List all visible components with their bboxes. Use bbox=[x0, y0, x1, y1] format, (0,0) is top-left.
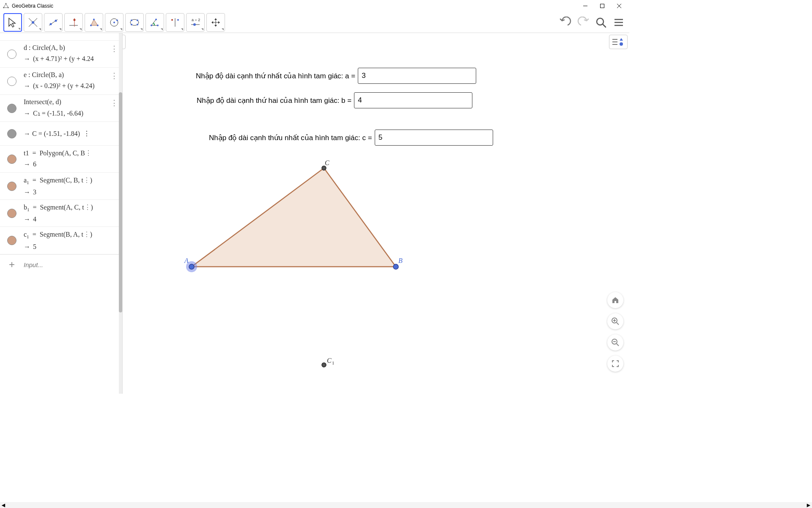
svg-point-25 bbox=[131, 24, 132, 25]
item-menu-icon[interactable]: ⋮ bbox=[83, 130, 90, 138]
svg-point-28 bbox=[155, 19, 157, 20]
svg-point-35 bbox=[193, 23, 196, 26]
close-button[interactable] bbox=[611, 0, 628, 12]
maximize-button[interactable] bbox=[594, 0, 611, 12]
algebra-item-c[interactable]: → C = (-1.51, -1.84) ⋮ bbox=[0, 122, 122, 146]
svg-point-17 bbox=[93, 19, 95, 20]
fullscreen-button[interactable] bbox=[607, 356, 623, 372]
input-b-label: Nhập độ dài cạnh thứ hai của hình tam gi… bbox=[197, 96, 351, 105]
construction-svg: A B C C 1 bbox=[123, 33, 629, 394]
undo-button[interactable] bbox=[558, 15, 573, 30]
svg-point-12 bbox=[55, 19, 57, 22]
item-val: 4 bbox=[33, 215, 36, 223]
svg-point-55 bbox=[322, 166, 326, 170]
algebra-panel: d : Circle(A, b) → (x + 4.71)² + (y + 4.… bbox=[0, 33, 123, 394]
input-b-field[interactable] bbox=[354, 92, 472, 108]
input-a-field[interactable] bbox=[358, 68, 476, 84]
slider-tool[interactable]: a = 2 bbox=[186, 13, 205, 32]
item-menu-icon[interactable]: ⋮ bbox=[110, 44, 118, 53]
item-def: c1 = Segment(B, A, t⋮) bbox=[24, 230, 119, 239]
algebra-item-c1[interactable]: c1 = Segment(B, A, t⋮) → 5 bbox=[0, 227, 122, 254]
svg-point-50 bbox=[620, 42, 623, 46]
svg-point-53 bbox=[189, 264, 194, 269]
svg-point-56 bbox=[322, 363, 326, 367]
svg-point-32 bbox=[177, 19, 179, 21]
svg-point-20 bbox=[113, 22, 115, 23]
redo-button[interactable] bbox=[576, 15, 590, 30]
svg-point-54 bbox=[393, 264, 398, 269]
item-def: d : Circle(A, b) bbox=[24, 44, 119, 52]
toolbar: a = 2 bbox=[0, 12, 629, 33]
move-tool[interactable] bbox=[3, 13, 22, 32]
input-c-field[interactable] bbox=[375, 130, 493, 146]
minimize-button[interactable] bbox=[577, 0, 594, 12]
svg-text:a = 2: a = 2 bbox=[192, 18, 200, 22]
graphics-toggle-icon[interactable] bbox=[609, 35, 628, 49]
item-def: e : Circle(B, a) bbox=[24, 71, 119, 79]
algebra-toggle-icon[interactable]: N bbox=[123, 35, 126, 49]
svg-line-63 bbox=[617, 344, 619, 346]
home-button[interactable] bbox=[607, 292, 623, 308]
label-b: B bbox=[398, 257, 403, 264]
circle-tool[interactable] bbox=[105, 13, 123, 32]
item-val: (x + 4.71)² + (y + 4.24 bbox=[33, 55, 94, 62]
svg-text:1: 1 bbox=[332, 360, 335, 365]
zoom-out-button[interactable] bbox=[607, 334, 623, 351]
search-button[interactable] bbox=[594, 15, 608, 30]
item-val: 3 bbox=[33, 188, 36, 196]
svg-point-52 bbox=[186, 261, 197, 272]
input-a-label: Nhập độ dài cạnh thứ nhất của hình tam g… bbox=[196, 72, 355, 80]
add-icon[interactable]: + bbox=[0, 259, 24, 271]
svg-point-27 bbox=[151, 25, 152, 26]
ellipse-tool[interactable] bbox=[125, 13, 144, 32]
svg-point-24 bbox=[137, 19, 138, 21]
angle-tool[interactable] bbox=[145, 13, 164, 32]
item-val: C₁ = (-1.51, -6.64) bbox=[33, 110, 83, 117]
svg-point-29 bbox=[157, 25, 159, 26]
algebra-item-b1[interactable]: b1 = Segment(A, C, t⋮) → 4 bbox=[0, 200, 122, 227]
point-tool[interactable] bbox=[24, 13, 42, 32]
item-menu-icon[interactable]: ⋮ bbox=[110, 71, 118, 80]
algebra-scrollbar[interactable] bbox=[119, 33, 122, 394]
input-c-row: Nhập độ dài cạnh thứu nhất của hình tam … bbox=[209, 130, 493, 146]
algebra-item-d[interactable]: d : Circle(A, b) → (x + 4.71)² + (y + 4.… bbox=[0, 41, 122, 68]
algebra-item-t1[interactable]: t1 = Polygon(A, C, B⋮ → 6 bbox=[0, 146, 122, 173]
svg-point-15 bbox=[74, 19, 76, 21]
label-c: C bbox=[325, 159, 329, 166]
item-def: t1 = Polygon(A, C, B⋮ bbox=[24, 149, 119, 157]
svg-point-11 bbox=[50, 23, 52, 25]
algebra-input-row[interactable]: + bbox=[0, 254, 122, 275]
item-val: 5 bbox=[33, 243, 36, 250]
label-c1: C bbox=[327, 357, 332, 364]
svg-point-31 bbox=[171, 19, 173, 21]
algebra-input[interactable] bbox=[24, 261, 122, 268]
svg-point-23 bbox=[131, 19, 132, 21]
graphics-view[interactable]: N Nhập độ dài cạnh thứ nhất của hình tam… bbox=[123, 33, 629, 394]
svg-rect-4 bbox=[601, 4, 604, 8]
window-title: GeoGebra Classic bbox=[12, 3, 577, 9]
polygon-tool[interactable] bbox=[85, 13, 103, 32]
line-tool[interactable] bbox=[44, 13, 63, 32]
reflect-tool[interactable] bbox=[166, 13, 184, 32]
input-c-label: Nhập độ dài cạnh thứu nhất của hình tam … bbox=[209, 133, 372, 142]
algebra-item-intersect[interactable]: Intersect(e, d) → C₁ = (-1.51, -6.64) ⋮ bbox=[0, 95, 122, 122]
zoom-in-button[interactable] bbox=[607, 313, 623, 329]
item-def: b1 = Segment(A, C, t⋮) bbox=[24, 203, 119, 212]
item-val: C = (-1.51, -1.84) bbox=[32, 130, 80, 138]
svg-line-39 bbox=[603, 24, 606, 27]
input-b-row: Nhập độ dài cạnh thứ hai của hình tam gi… bbox=[197, 92, 472, 108]
svg-point-9 bbox=[32, 21, 34, 24]
menu-button[interactable] bbox=[612, 15, 626, 30]
titlebar: GeoGebra Classic bbox=[0, 0, 629, 12]
algebra-item-e[interactable]: e : Circle(B, a) → (x - 0.29)² + (y + 4.… bbox=[0, 68, 122, 95]
algebra-item-a1[interactable]: a1 = Segment(C, B, t⋮) → 3 bbox=[0, 173, 122, 200]
svg-point-18 bbox=[97, 25, 99, 26]
item-def: Intersect(e, d) bbox=[24, 98, 119, 106]
svg-marker-51 bbox=[192, 168, 396, 267]
item-val: (x - 0.29)² + (y + 4.24) bbox=[33, 82, 94, 89]
move-view-tool[interactable] bbox=[206, 13, 225, 32]
svg-point-16 bbox=[90, 25, 92, 26]
perpendicular-tool[interactable] bbox=[64, 13, 83, 32]
main-area: d : Circle(A, b) → (x + 4.71)² + (y + 4.… bbox=[0, 33, 629, 394]
item-menu-icon[interactable]: ⋮ bbox=[110, 98, 118, 108]
